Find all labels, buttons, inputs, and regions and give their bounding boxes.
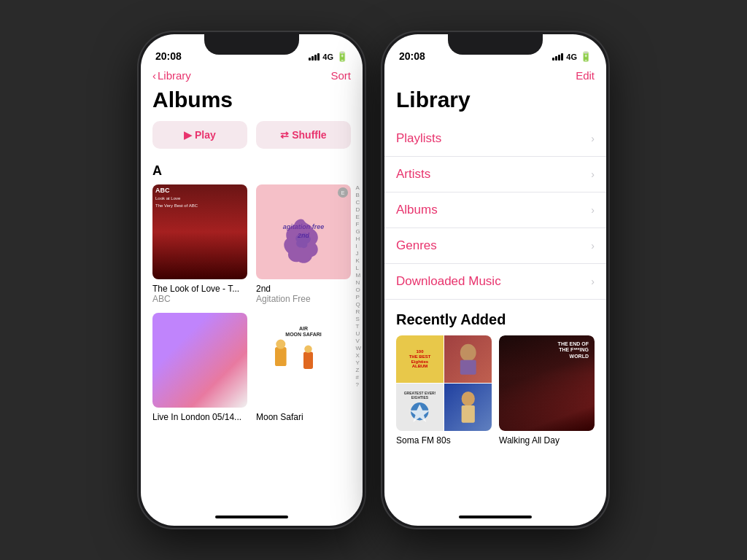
svg-rect-0 — [275, 347, 287, 366]
sort-button[interactable]: Sort — [330, 69, 351, 82]
notch-right — [448, 34, 543, 55]
album-artist: ABC — [152, 294, 247, 304]
library-item-playlists[interactable]: Playlists › — [384, 121, 606, 157]
chevron-right-icon: › — [591, 276, 595, 287]
album-art-agitation: E agitation free2nd — [256, 184, 351, 279]
explicit-badge: E — [338, 187, 348, 198]
status-icons-right: 4G 🔋 — [552, 51, 592, 62]
svg-point-4 — [460, 344, 476, 362]
alpha-z[interactable]: Z — [355, 367, 361, 373]
library-item-downloaded[interactable]: Downloaded Music › — [384, 264, 606, 300]
library-item-genres[interactable]: Genres › — [384, 228, 606, 264]
alpha-s[interactable]: S — [355, 316, 361, 322]
library-item-label: Downloaded Music — [396, 274, 501, 289]
alpha-w[interactable]: W — [355, 345, 361, 351]
chevron-right-icon: › — [591, 240, 595, 252]
alpha-l[interactable]: L — [355, 265, 361, 271]
signal-icon-left — [309, 53, 320, 61]
page-title-right: Library — [384, 88, 606, 121]
art-part-tl: 100THE BESTEightiesALBUM — [396, 335, 444, 383]
home-bar-left — [215, 516, 288, 518]
svg-point-3 — [304, 346, 311, 353]
alpha-q[interactable]: Q — [355, 301, 361, 308]
network-left: 4G — [322, 52, 333, 61]
svg-point-1 — [276, 340, 285, 349]
nav-bar-right: Edit — [384, 66, 606, 88]
alpha-m[interactable]: M — [355, 272, 361, 279]
home-indicator-left — [141, 508, 363, 526]
moon-art-text: AIRMOON SAFARI — [285, 326, 321, 338]
home-indicator-right — [384, 508, 606, 526]
recent-art-walking: THE END OFTHE F***INGWORLD — [499, 335, 595, 431]
phone-right: 20:08 4G 🔋 Edit Library Playlis — [382, 32, 608, 528]
album-art-abc: ABCLook at LoveThe Very Best of ABC — [152, 184, 247, 279]
alpha-x[interactable]: X — [355, 352, 361, 359]
chevron-right-icon: › — [591, 133, 595, 144]
recent-title: Walking All Day — [499, 435, 595, 446]
chevron-right-icon: › — [591, 204, 595, 216]
alpha-h[interactable]: H — [355, 236, 361, 242]
alpha-v[interactable]: V — [355, 338, 361, 344]
alpha-hash[interactable]: # — [355, 374, 361, 381]
network-right: 4G — [566, 52, 577, 61]
notch-left — [204, 34, 299, 55]
shuffle-button[interactable]: ⇄ Shuffle — [256, 121, 351, 149]
alpha-j[interactable]: J — [355, 250, 361, 257]
recent-item-eighties[interactable]: 100THE BESTEightiesALBUM — [396, 335, 492, 446]
agitation-blot — [275, 215, 332, 272]
album-artist: Agitation Free — [256, 294, 351, 304]
status-time-right: 20:08 — [399, 50, 425, 62]
svg-rect-2 — [303, 352, 313, 369]
alpha-u[interactable]: U — [355, 330, 361, 337]
alpha-o[interactable]: O — [355, 287, 361, 293]
library-list: Playlists › Artists › Albums › Genres › … — [384, 121, 606, 508]
art-part-tr — [444, 335, 492, 383]
alpha-a[interactable]: A — [355, 184, 361, 191]
library-item-label: Artists — [396, 167, 430, 182]
moon-safari-art — [266, 338, 341, 394]
recently-added-grid: 100THE BESTEightiesALBUM — [384, 335, 606, 446]
library-item-albums[interactable]: Albums › — [384, 192, 606, 228]
alpha-n[interactable]: N — [355, 279, 361, 286]
alpha-c[interactable]: C — [355, 199, 361, 206]
phone-left: 20:08 4G 🔋 ‹ Library Sort Alb — [139, 32, 365, 528]
recent-title: Soma FM 80s — [396, 435, 492, 446]
alpha-question[interactable]: ? — [355, 381, 361, 388]
alpha-d[interactable]: D — [355, 206, 361, 213]
library-item-artists[interactable]: Artists › — [384, 157, 606, 192]
status-icons-left: 4G 🔋 — [309, 51, 348, 62]
alpha-e[interactable]: E — [355, 214, 361, 220]
album-item[interactable]: AIRMOON SAFARI Moon Safari — [256, 313, 351, 422]
recent-art-eighties: 100THE BESTEightiesALBUM — [396, 335, 492, 431]
album-item[interactable]: ABCLook at LoveThe Very Best of ABC The … — [152, 184, 247, 304]
alpha-p[interactable]: P — [355, 294, 361, 300]
album-title: Live In London 05/14... — [152, 412, 247, 422]
back-button[interactable]: ‹ Library — [152, 69, 191, 82]
album-title: Moon Safari — [256, 412, 351, 422]
edit-button[interactable]: Edit — [576, 69, 595, 82]
library-item-label: Albums — [396, 203, 438, 217]
alpha-i[interactable]: I — [355, 243, 361, 249]
album-art-moon: AIRMOON SAFARI — [256, 313, 351, 408]
page-title-left: Albums — [141, 88, 363, 121]
alpha-f[interactable]: F — [355, 221, 361, 228]
albums-scroll: ABCLook at LoveThe Very Best of ABC The … — [141, 184, 363, 508]
recently-added-title: Recently Added — [384, 300, 606, 335]
alpha-k[interactable]: K — [355, 257, 361, 264]
alpha-r[interactable]: R — [355, 308, 361, 315]
abc-art-text: ABCLook at LoveThe Very Best of ABC — [155, 187, 198, 209]
art-part-br — [444, 384, 492, 431]
alpha-index[interactable]: A B C D E F G H I J K L M N O P Q — [355, 184, 361, 388]
album-item[interactable]: Live In London 05/14... — [152, 313, 247, 422]
play-button[interactable]: ▶ Play — [152, 121, 247, 149]
alpha-t[interactable]: T — [355, 323, 361, 330]
status-time-left: 20:08 — [155, 50, 182, 62]
library-item-label: Playlists — [396, 131, 441, 146]
albums-grid: ABCLook at LoveThe Very Best of ABC The … — [141, 184, 363, 422]
alpha-y[interactable]: Y — [355, 359, 361, 366]
art-part-bl: GREATEST EVER!EIGHTIES — [396, 384, 444, 431]
alpha-b[interactable]: B — [355, 192, 361, 198]
album-item[interactable]: E agitation free2nd 2nd Agitation Free — [256, 184, 351, 304]
recent-item-walking[interactable]: THE END OFTHE F***INGWORLD Walking All D… — [499, 335, 595, 446]
alpha-g[interactable]: G — [355, 228, 361, 235]
